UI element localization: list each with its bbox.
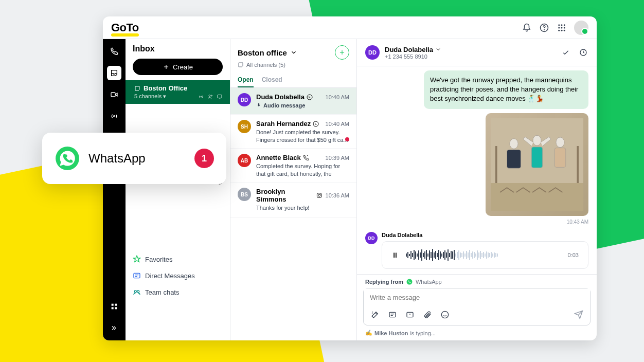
message-timestamp: 10:43 AM bbox=[567, 219, 588, 225]
svg-point-2 bbox=[558, 24, 560, 26]
conversation-preview: Done! Just completed the survey. Fingers… bbox=[256, 129, 349, 143]
svg-rect-45 bbox=[389, 312, 396, 317]
message-input[interactable] bbox=[364, 288, 590, 306]
conversation-time: 10:40 AM bbox=[326, 94, 349, 100]
conversation-avatar: AB bbox=[238, 154, 251, 167]
sidebar-title: Inbox bbox=[126, 39, 230, 59]
list-title[interactable]: Boston office bbox=[238, 48, 297, 57]
whatsapp-notification-card[interactable]: WhatsApp 1 bbox=[42, 133, 226, 184]
whatsapp-badge-count: 1 bbox=[194, 149, 214, 168]
templates-icon[interactable] bbox=[387, 310, 398, 320]
sidebar-shortcut[interactable]: Favorites bbox=[126, 251, 230, 267]
svg-point-10 bbox=[564, 29, 565, 31]
svg-point-4 bbox=[564, 24, 565, 26]
messages-area[interactable]: We've got the runway prepped, the manneq… bbox=[357, 66, 597, 274]
whatsapp-icon bbox=[406, 279, 413, 285]
help-icon[interactable] bbox=[539, 23, 549, 33]
conversation-name: Annette Black bbox=[256, 154, 309, 161]
tab-closed[interactable]: Closed bbox=[262, 73, 282, 87]
contact-name[interactable]: Duda Dolabella bbox=[385, 46, 441, 53]
sidebar-shortcut[interactable]: Team chats bbox=[126, 284, 230, 300]
channels-filter[interactable]: All channels (5) bbox=[230, 62, 356, 73]
conversation-item[interactable]: BS Brooklyn Simmons 10:36 AM Thanks for … bbox=[230, 183, 356, 217]
add-conversation-button[interactable] bbox=[335, 45, 349, 60]
topbar: GoTo bbox=[103, 16, 597, 39]
rail-video-icon[interactable] bbox=[107, 87, 121, 102]
svg-point-1 bbox=[544, 29, 545, 30]
apps-grid-icon[interactable] bbox=[557, 23, 567, 33]
svg-rect-16 bbox=[115, 307, 117, 309]
whatsapp-card-label: WhatsApp bbox=[88, 151, 146, 166]
mark-done-icon[interactable] bbox=[561, 47, 571, 58]
sidebar-shortcut[interactable]: Direct Messages bbox=[126, 267, 230, 284]
svg-point-8 bbox=[558, 29, 560, 31]
conversation-name: Sarah Hernandez bbox=[256, 120, 319, 128]
incoming-avatar: DD bbox=[365, 232, 378, 244]
outgoing-photo[interactable] bbox=[486, 113, 588, 216]
conversation-avatar: DD bbox=[238, 93, 251, 106]
conversation-time: 10:36 AM bbox=[326, 192, 349, 198]
contact-phone: +1 234 555 8910 bbox=[385, 53, 441, 60]
send-icon[interactable] bbox=[574, 310, 584, 320]
whatsapp-logo-icon bbox=[55, 146, 80, 171]
sidebar: Inbox Create Boston Office 5 channels ▾ … bbox=[126, 39, 230, 340]
svg-point-42 bbox=[556, 137, 564, 147]
rail-inbox-icon[interactable] bbox=[107, 66, 121, 80]
attachment-icon[interactable] bbox=[422, 310, 433, 320]
conversation-item[interactable]: DD Duda Dolabella 10:40 AM Audio message bbox=[230, 88, 356, 115]
svg-point-32 bbox=[320, 194, 321, 194]
conversation-avatar: SH bbox=[238, 120, 251, 133]
create-button-label: Create bbox=[173, 63, 193, 71]
svg-point-9 bbox=[561, 29, 563, 31]
contact-avatar: DD bbox=[365, 45, 380, 60]
svg-point-26 bbox=[134, 291, 136, 293]
svg-rect-14 bbox=[115, 304, 117, 306]
svg-point-5 bbox=[558, 27, 560, 28]
emoji-icon[interactable] bbox=[440, 310, 450, 320]
shortcut-label: Favorites bbox=[145, 256, 172, 263]
conversation-time: 10:40 AM bbox=[326, 121, 349, 127]
rail-phone-icon[interactable] bbox=[107, 44, 121, 59]
svg-point-27 bbox=[137, 291, 139, 293]
reply-from-label: Replying from WhatsApp bbox=[357, 275, 597, 288]
svg-point-12 bbox=[114, 116, 115, 117]
audio-message[interactable]: ⏸ 0:03 bbox=[382, 241, 588, 269]
magic-wand-icon[interactable] bbox=[370, 310, 380, 320]
user-avatar[interactable] bbox=[574, 21, 588, 35]
svg-point-31 bbox=[318, 194, 320, 196]
chat-header: DD Duda Dolabella +1 234 555 8910 bbox=[357, 39, 597, 66]
create-button[interactable]: Create bbox=[133, 59, 223, 75]
audio-waveform[interactable] bbox=[406, 249, 561, 261]
svg-point-17 bbox=[201, 96, 202, 97]
pause-icon[interactable]: ⏸ bbox=[391, 251, 399, 259]
svg-rect-13 bbox=[112, 304, 114, 306]
conversation-item[interactable]: AB Annette Black 10:39 AM Completed the … bbox=[230, 149, 356, 183]
svg-rect-43 bbox=[554, 148, 566, 167]
conversation-preview: Audio message bbox=[256, 102, 349, 109]
history-icon[interactable] bbox=[578, 47, 588, 58]
svg-rect-15 bbox=[112, 307, 114, 309]
svg-rect-39 bbox=[507, 150, 521, 168]
brand-logo: GoTo bbox=[111, 21, 139, 34]
canned-response-icon[interactable] bbox=[405, 310, 415, 320]
device-icon bbox=[217, 94, 223, 100]
rail-broadcast-icon[interactable] bbox=[107, 109, 121, 123]
inbox-icon bbox=[238, 62, 244, 68]
svg-rect-36 bbox=[495, 146, 497, 183]
rail-more-apps-icon[interactable] bbox=[107, 299, 121, 314]
chevron-down-icon bbox=[435, 46, 441, 52]
bell-icon[interactable] bbox=[522, 23, 532, 33]
sidebar-group[interactable]: Boston Office 5 channels ▾ bbox=[126, 80, 230, 104]
svg-point-47 bbox=[441, 311, 448, 318]
svg-rect-35 bbox=[491, 183, 583, 211]
chevron-down-icon bbox=[290, 49, 297, 56]
shortcut-label: Team chats bbox=[145, 288, 179, 296]
conversation-preview: Thanks for your help! bbox=[256, 204, 349, 211]
svg-rect-37 bbox=[577, 146, 579, 183]
conversation-item[interactable]: SH Sarah Hernandez 10:40 AM Done! Just c… bbox=[230, 115, 356, 149]
tab-open[interactable]: Open bbox=[238, 73, 254, 87]
svg-rect-25 bbox=[134, 273, 140, 278]
rail-expand-icon[interactable] bbox=[107, 321, 121, 335]
nav-rail bbox=[103, 39, 126, 340]
message-composer[interactable] bbox=[363, 288, 591, 325]
